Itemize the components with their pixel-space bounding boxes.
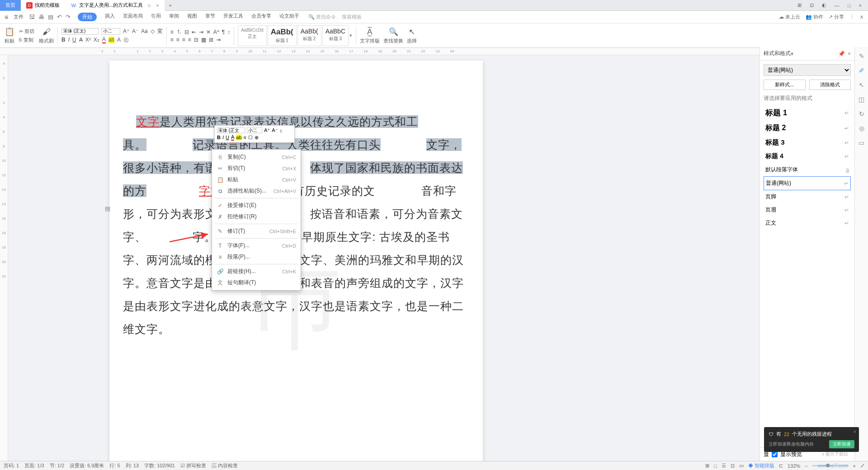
print-preview-icon[interactable]: ▤ xyxy=(48,14,53,20)
font-color-button[interactable]: A xyxy=(102,36,106,43)
tab-member[interactable]: 会员专享 xyxy=(251,13,271,21)
find-replace-button[interactable]: 查找替换 xyxy=(383,38,403,44)
tool-book-icon[interactable]: ▭ xyxy=(859,139,864,146)
ctx-hyperlink[interactable]: 🔗超链接(H)...Ctrl+K xyxy=(212,266,301,277)
style-header[interactable]: 页眉↵ xyxy=(764,203,851,216)
tool-select-icon[interactable]: ↖ xyxy=(859,81,864,89)
sort-icon[interactable]: Aᴬ xyxy=(213,29,219,35)
ctx-cut[interactable]: ✂剪切(T)Ctrl+X xyxy=(212,163,301,174)
accelerate-button[interactable]: 立即加速 xyxy=(829,440,854,448)
tab-references[interactable]: 引用 xyxy=(151,13,161,21)
style-heading3[interactable]: AaBbC标题 3 xyxy=(322,25,349,46)
tabs-icon[interactable]: ✕ xyxy=(206,29,211,35)
cloud-status[interactable]: ☁未上云 xyxy=(779,14,800,20)
ctx-copy[interactable]: ⎘复制(C)Ctrl+C xyxy=(212,151,301,163)
shading-icon[interactable]: ▦ xyxy=(201,37,206,43)
clear-format-icon[interactable]: ◇ xyxy=(151,28,155,34)
mini-highlight-icon[interactable]: ab xyxy=(236,135,241,140)
share-button[interactable]: ↗分享 xyxy=(829,14,844,20)
distribute-icon[interactable]: ⊟ xyxy=(194,37,198,43)
line-spacing-icon[interactable]: ↕ xyxy=(227,29,230,35)
borders-icon[interactable]: ⊞ xyxy=(209,37,213,43)
strike-button[interactable]: A̶ xyxy=(79,37,83,43)
status-pageno[interactable]: 页码: 1 xyxy=(4,462,19,469)
tab-view[interactable]: 视图 xyxy=(187,13,197,21)
popup-close-icon[interactable]: × xyxy=(854,429,856,434)
style-more-icon[interactable]: ▾ xyxy=(349,33,352,38)
font-name-input[interactable] xyxy=(61,28,99,35)
paste-button[interactable]: 粘贴 xyxy=(5,38,14,44)
style-normal[interactable]: AaBbCcDd正文 xyxy=(238,25,266,46)
copy-button[interactable]: ⎘复制 xyxy=(18,36,35,44)
view-mode2-icon[interactable]: □ xyxy=(714,463,717,469)
search-template[interactable]: 搜索模板 xyxy=(342,14,362,20)
tool-styles-icon[interactable]: ✎ xyxy=(859,52,864,60)
new-style-button[interactable]: 新样式... xyxy=(764,80,806,90)
text-layout-icon[interactable]: A̲̅ xyxy=(367,27,373,37)
zoom-level[interactable]: 132% xyxy=(788,463,800,469)
new-tab-button[interactable]: + xyxy=(165,1,176,10)
numbering-icon[interactable]: ⒈ xyxy=(176,28,182,36)
tab-home[interactable]: 首页 xyxy=(0,0,21,11)
close-icon[interactable]: × xyxy=(156,3,159,8)
tool-format-icon[interactable]: ✐ xyxy=(859,67,864,74)
ctx-font[interactable]: T字体(F)...Ctrl+D xyxy=(212,240,301,251)
select-icon[interactable]: ↖ xyxy=(409,27,415,37)
ctx-reject-revision[interactable]: ✗拒绝修订(R) xyxy=(212,211,301,222)
tab-review[interactable]: 审阅 xyxy=(169,13,179,21)
tab-devtools[interactable]: 开发工具 xyxy=(223,13,243,21)
style-heading1[interactable]: AaBb(标题 1 xyxy=(268,25,297,46)
smart-layout-button[interactable]: ◆ 智能排版 xyxy=(748,462,774,469)
fullscreen-icon[interactable]: ⤢ xyxy=(860,463,864,469)
tab-paper[interactable]: 论文助手 xyxy=(279,13,299,21)
style-heading2[interactable]: 标题 2↵ xyxy=(764,121,851,136)
ctx-paste-special[interactable]: ⧉选择性粘贴(S)...Ctrl+Alt+V xyxy=(212,185,301,197)
bold-button[interactable]: B xyxy=(61,37,66,43)
vertical-ruler[interactable]: 422468101213141618192022 xyxy=(0,55,8,461)
style-body[interactable]: 正文↵ xyxy=(764,216,851,230)
ctx-translate[interactable]: 文短句翻译(T) xyxy=(212,277,301,288)
mini-bold-icon[interactable]: B xyxy=(217,135,221,140)
char-shading-button[interactable]: A xyxy=(117,37,121,43)
tab-chapter[interactable]: 章节 xyxy=(205,13,215,21)
layout-icon[interactable]: ⊞ xyxy=(796,1,803,9)
tab-icon[interactable]: ⇥ xyxy=(216,37,221,43)
align-right-icon[interactable]: ≡ xyxy=(182,37,185,43)
menu-more-icon[interactable]: ⋮ xyxy=(849,14,854,20)
text-layout-button[interactable]: 文字排版 xyxy=(360,38,380,44)
tool-location-icon[interactable]: ◎ xyxy=(859,125,864,132)
find-icon[interactable]: 🔍 xyxy=(389,27,398,37)
clear-format-button[interactable]: 清除格式 xyxy=(809,80,851,90)
mini-expand-icon[interactable]: ⊕ xyxy=(255,135,259,141)
style-heading1[interactable]: 标题 1↵ xyxy=(764,105,851,121)
view-mode4-icon[interactable]: ⊡ xyxy=(731,463,735,469)
search-command[interactable]: 🔍 查找命令. xyxy=(308,14,337,20)
view-mode1-icon[interactable]: ⊞ xyxy=(705,463,709,469)
ctx-paragraph[interactable]: ≡段落(P)... xyxy=(212,251,301,263)
decrease-font-icon[interactable]: A⁻ xyxy=(132,28,138,34)
fit-width-icon[interactable]: ⊏ xyxy=(779,463,783,469)
collapse-ribbon-icon[interactable]: ∧ xyxy=(860,14,863,20)
mini-font-size[interactable] xyxy=(247,127,262,133)
highlight-button[interactable]: ab xyxy=(108,37,114,43)
underline-button[interactable]: U xyxy=(72,37,76,43)
mini-font-name[interactable] xyxy=(217,127,245,133)
change-case-icon[interactable]: Aa xyxy=(141,28,148,34)
tab-document[interactable]: W文字是人类用...的方式和工具⎋× xyxy=(65,0,165,11)
show-marks-icon[interactable]: ¶ xyxy=(222,29,225,35)
status-words[interactable]: 字数: 102/901 xyxy=(144,462,175,469)
status-contentcheck[interactable]: ▤ 内容检查 xyxy=(212,462,238,469)
mini-decrease-font-icon[interactable]: A⁻ xyxy=(272,127,278,133)
apps-icon[interactable]: ⊡ xyxy=(808,1,816,9)
italic-button[interactable]: I xyxy=(68,37,70,43)
subscript-button[interactable]: X₂ xyxy=(94,37,99,43)
align-center-icon[interactable]: ≡ xyxy=(176,37,179,43)
view-mode3-icon[interactable]: ☰ xyxy=(722,463,726,469)
collab-button[interactable]: 👥协作 xyxy=(806,14,823,20)
tab-insert[interactable]: 插入 xyxy=(105,13,115,21)
zoom-in-icon[interactable]: + xyxy=(853,463,856,469)
skin-icon[interactable]: ◐ xyxy=(820,1,828,9)
increase-indent-icon[interactable]: ⇥ xyxy=(199,29,203,35)
tool-shapes-icon[interactable]: ◫ xyxy=(859,96,864,103)
close-window-icon[interactable]: × xyxy=(857,2,863,9)
